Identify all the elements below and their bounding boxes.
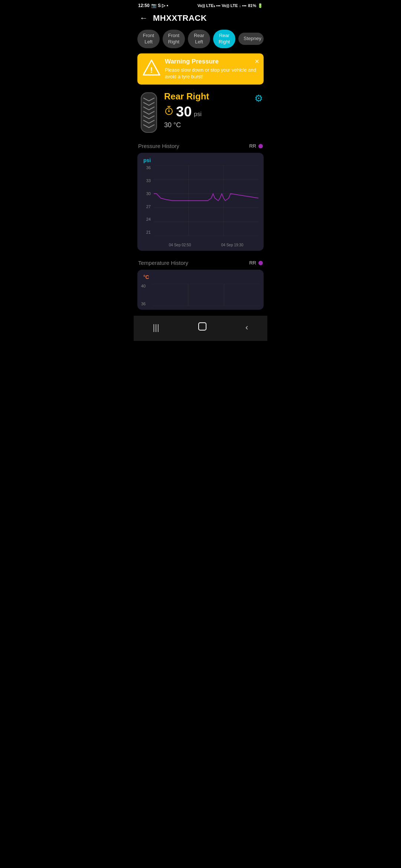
warning-close-button[interactable]: ×: [255, 57, 259, 66]
pressure-chart-card: psi 36 33 30 27 24 21: [137, 153, 264, 251]
temperature-value: 30 °C: [164, 121, 209, 129]
app-header: ← MHXXTRACK: [134, 10, 267, 28]
status-left: 12:50 📷 S ▷ •: [138, 3, 168, 8]
pressure-legend-label: RR: [249, 143, 256, 149]
svg-point-6: [168, 111, 170, 112]
temperature-legend: RR: [249, 260, 263, 266]
status-icons: 📷 S ▷ •: [151, 3, 168, 8]
y-label-33: 33: [141, 178, 152, 183]
warning-icon: !: [143, 59, 160, 79]
warning-description: Please slow down or stop your vehicle an…: [165, 67, 258, 80]
y-label-36: 36: [141, 165, 152, 170]
battery-icon: 🔋: [258, 3, 263, 8]
status-bar: 12:50 📷 S ▷ • Vo)) LTE₁ ▪▪▪ Vo)) LTE ↓ ▪…: [134, 0, 267, 10]
temperature-chart-ylabel: °C: [141, 274, 260, 280]
y-label-27: 27: [141, 204, 152, 209]
y-label-24: 24: [141, 217, 152, 221]
pressure-value: 30: [176, 104, 192, 120]
temp-y-40: 40: [141, 284, 152, 288]
pressure-row: 30 psi: [164, 104, 209, 120]
page-title: MHXXTRACK: [153, 13, 207, 23]
x-label-1: 04 Sep 02:50: [169, 243, 191, 247]
pressure-legend: RR: [249, 143, 263, 149]
x-label-2: 04 Sep 19:30: [221, 243, 244, 247]
temperature-y-labels: 40 36: [141, 284, 152, 306]
settings-button[interactable]: ⚙: [254, 93, 263, 104]
svg-text:!: !: [150, 65, 153, 75]
pressure-chart-ylabel: psi: [141, 157, 260, 163]
tyre-info-card: Rear Right 30 psi 30: [134, 90, 267, 140]
pressure-unit: psi: [194, 111, 201, 118]
tabs-container: FrontLeft FrontRight RearLeft RearRight …: [134, 28, 267, 53]
status-right: Vo)) LTE₁ ▪▪▪ Vo)) LTE ↓ ▪▪▪ 81% 🔋: [198, 3, 263, 8]
tab-front-right[interactable]: FrontRight: [163, 30, 185, 48]
temperature-chart-area: 40 36: [141, 282, 260, 306]
tyre-data: Rear Right 30 psi 30: [164, 91, 263, 129]
tab-front-left[interactable]: FrontLeft: [137, 30, 160, 48]
pressure-legend-dot: [258, 144, 263, 148]
pressure-history-header: Pressure History RR: [134, 140, 267, 153]
tyre-icon: [138, 91, 160, 135]
nav-menu-button[interactable]: |||: [146, 321, 167, 334]
pressure-history-title: Pressure History: [138, 143, 179, 149]
temperature-legend-label: RR: [249, 260, 256, 266]
tyre-name: Rear Right: [164, 91, 209, 102]
y-label-21: 21: [141, 230, 152, 234]
temperature-history-header: Temperature History RR: [134, 257, 267, 270]
pressure-chart-plot: [154, 165, 258, 236]
nav-back-button[interactable]: ‹: [238, 321, 255, 334]
battery-level: 81%: [248, 3, 256, 8]
temperature-history-title: Temperature History: [138, 260, 188, 266]
warning-title: Warning Pressure: [165, 58, 258, 65]
nav-home-button[interactable]: [190, 320, 215, 335]
y-label-30: 30: [141, 191, 152, 196]
warning-text: Warning Pressure Please slow down or sto…: [165, 58, 258, 80]
status-time: 12:50: [138, 3, 150, 8]
pressure-x-labels: 04 Sep 02:50 04 Sep 19:30: [154, 238, 258, 247]
back-button[interactable]: ←: [140, 13, 148, 23]
tab-stepney[interactable]: Stepney: [238, 33, 264, 45]
pressure-sensor-icon: [164, 106, 174, 118]
signal-info: Vo)) LTE₁ ▪▪▪ Vo)) LTE ↓ ▪▪▪: [198, 3, 247, 8]
temperature-legend-dot: [258, 261, 263, 265]
bottom-nav: ||| ‹: [134, 316, 267, 341]
pressure-chart-area: 36 33 30 27 24 21: [141, 165, 260, 247]
pressure-y-labels: 36 33 30 27 24 21: [141, 165, 152, 236]
warning-banner: ! Warning Pressure Please slow down or s…: [137, 53, 264, 85]
svg-rect-20: [199, 323, 206, 330]
temp-y-36: 36: [141, 302, 152, 306]
tab-rear-left[interactable]: RearLeft: [188, 30, 210, 48]
temperature-chart-plot: [152, 284, 260, 306]
svg-rect-2: [141, 93, 157, 132]
tab-rear-right[interactable]: RearRight: [213, 30, 235, 48]
temperature-chart-card: °C 40 36: [137, 270, 264, 310]
